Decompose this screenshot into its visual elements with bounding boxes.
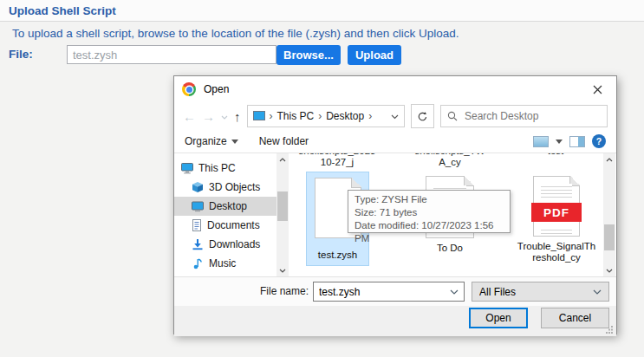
file-name-field-label: File name: [252, 285, 309, 297]
screen: Upload Shell Script To upload a shell sc… [0, 0, 644, 357]
tooltip-date-modified: Date modified: 10/27/2023 1:56 PM [355, 219, 504, 245]
file-name-line1: Trouble_SignalTh [509, 241, 603, 252]
open-file-dialog: Open ← → ↑ › This PC › Desktop › [173, 75, 617, 334]
desktop-icon [192, 201, 204, 212]
file-name-line2: reshold_cy [509, 252, 603, 263]
close-icon[interactable] [586, 80, 608, 99]
scroll-down-icon[interactable] [603, 264, 615, 276]
sidebar-item-this-pc[interactable]: This PC [174, 159, 276, 178]
file-tooltip: Type: ZYSH File Size: 71 bytes Date modi… [348, 190, 511, 233]
up-icon[interactable]: ↑ [234, 110, 241, 123]
downloads-icon [192, 238, 204, 250]
breadcrumb-separator-icon: › [368, 110, 372, 122]
documents-icon [192, 219, 202, 231]
search-box[interactable] [440, 105, 608, 127]
file-list: shellscripts_2023 10-27_j shellscripts_T… [289, 153, 603, 276]
sidebar: This PC 3D Objects Desktop [174, 153, 276, 276]
file-path-input[interactable] [67, 45, 276, 64]
sidebar-item-label: 3D Objects [209, 181, 260, 193]
new-folder-button[interactable]: New folder [259, 135, 309, 147]
dialog-footer: File name: test.zysh All Files Open Canc… [174, 276, 616, 336]
file-item-clipped[interactable]: test [508, 153, 603, 157]
breadcrumb-this-pc[interactable]: This PC [277, 110, 315, 122]
tooltip-size: Size: 71 bytes [355, 206, 504, 219]
organize-label: Organize [185, 135, 227, 147]
file-name-label: test.zysh [307, 250, 368, 261]
scrollbar-thumb[interactable] [277, 191, 288, 221]
file-item-clipped[interactable]: shellscripts_TW A_cy [402, 153, 498, 168]
file-name-clipped-bottom: 10-27_j [289, 157, 385, 168]
chevron-down-icon[interactable] [391, 110, 399, 122]
search-icon [447, 111, 458, 121]
music-icon [192, 257, 204, 269]
dialog-title: Open [204, 83, 229, 95]
this-pc-icon [181, 163, 193, 174]
preview-pane-icon[interactable] [569, 136, 585, 147]
dialog-nav-row: ← → ↑ › This PC › Desktop › [174, 102, 616, 130]
view-dropdown-icon[interactable] [556, 140, 563, 144]
browse-button[interactable]: Browse... [276, 45, 341, 65]
breadcrumb-separator-icon: › [270, 110, 273, 122]
new-folder-label: New folder [259, 135, 309, 147]
pdf-badge: PDF [531, 203, 582, 222]
sidebar-item-label: This PC [198, 162, 236, 174]
file-item-clipped[interactable]: shellscripts_2023 10-27_j [289, 153, 385, 168]
file-type-select[interactable]: All Files [472, 282, 609, 302]
file-type-value: All Files [479, 286, 593, 298]
tooltip-type: Type: ZYSH File [355, 193, 504, 206]
page-title: Upload Shell Script [9, 4, 116, 17]
scrollbar-thumb[interactable] [604, 224, 615, 250]
scroll-up-icon[interactable] [276, 153, 289, 166]
file-name-clipped-top: test [508, 153, 603, 157]
sidebar-item-label: Downloads [209, 238, 260, 250]
scroll-up-icon[interactable] [603, 153, 615, 166]
open-button[interactable]: Open [469, 308, 528, 328]
file-list-scrollbar[interactable] [603, 153, 615, 276]
file-name-label[interactable]: Trouble_SignalTh reshold_cy [509, 241, 603, 263]
chrome-icon [182, 82, 196, 96]
dialog-titlebar[interactable]: Open [174, 76, 616, 102]
history-chevron-icon[interactable] [221, 110, 228, 122]
view-thumbnails-icon[interactable] [533, 136, 549, 147]
scroll-down-icon[interactable] [276, 264, 289, 276]
forward-icon[interactable]: → [202, 110, 215, 123]
dialog-body: This PC 3D Objects Desktop [174, 153, 616, 276]
file-field-label: File: [9, 48, 33, 61]
organize-button[interactable]: Organize [185, 135, 238, 147]
help-icon[interactable]: ? [592, 134, 606, 148]
upload-button[interactable]: Upload [348, 45, 401, 65]
file-name-value: test.zysh [319, 286, 450, 298]
sidebar-item-label: Documents [207, 219, 260, 231]
dialog-toolbar: Organize New folder ? [174, 130, 616, 153]
sidebar-item-music[interactable]: Music [174, 254, 276, 273]
search-input[interactable] [463, 109, 601, 123]
sidebar-item-label: Desktop [209, 200, 247, 212]
breadcrumb-separator-icon: › [318, 110, 322, 122]
back-icon[interactable]: ← [183, 110, 196, 123]
location-monitor-icon [253, 111, 265, 121]
chevron-down-icon [450, 289, 459, 295]
sidebar-item-documents[interactable]: Documents [174, 216, 276, 235]
breadcrumb-desktop[interactable]: Desktop [326, 110, 364, 122]
breadcrumb[interactable]: › This PC › Desktop › [247, 105, 406, 127]
3d-objects-icon [192, 181, 204, 193]
sidebar-scrollbar[interactable] [276, 153, 289, 276]
sidebar-item-label: Music [209, 257, 236, 269]
file-name-combobox[interactable]: test.zysh [313, 282, 465, 302]
sidebar-item-downloads[interactable]: Downloads [174, 235, 276, 254]
sidebar-item-3d-objects[interactable]: 3D Objects [174, 178, 276, 197]
refresh-icon[interactable] [411, 104, 434, 128]
chevron-down-icon [593, 289, 602, 295]
resize-grip-icon[interactable] [606, 326, 614, 334]
sidebar-item-desktop[interactable]: Desktop [174, 197, 289, 216]
pdf-icon[interactable]: PDF [533, 176, 580, 237]
file-name-clipped-bottom: A_cy [402, 157, 498, 168]
cancel-button[interactable]: Cancel [541, 308, 609, 328]
instructions-text: To upload a shell script, browse to the … [12, 27, 459, 40]
chevron-down-icon [231, 140, 238, 144]
